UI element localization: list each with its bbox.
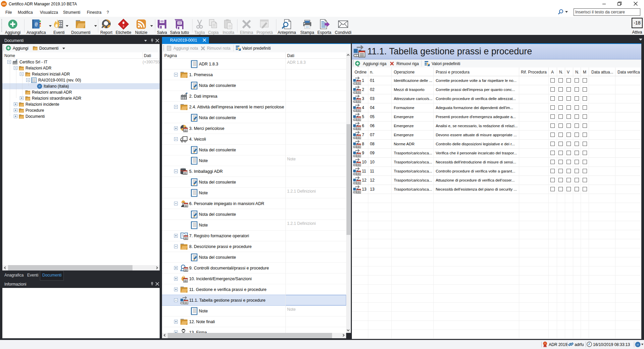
svg-text:IT: IT — [637, 343, 639, 346]
svg-text:@: @ — [35, 22, 38, 27]
svg-text:IT: IT — [39, 85, 41, 88]
svg-text:ADR: ADR — [2, 3, 6, 5]
svg-text:3: 3 — [123, 25, 124, 28]
